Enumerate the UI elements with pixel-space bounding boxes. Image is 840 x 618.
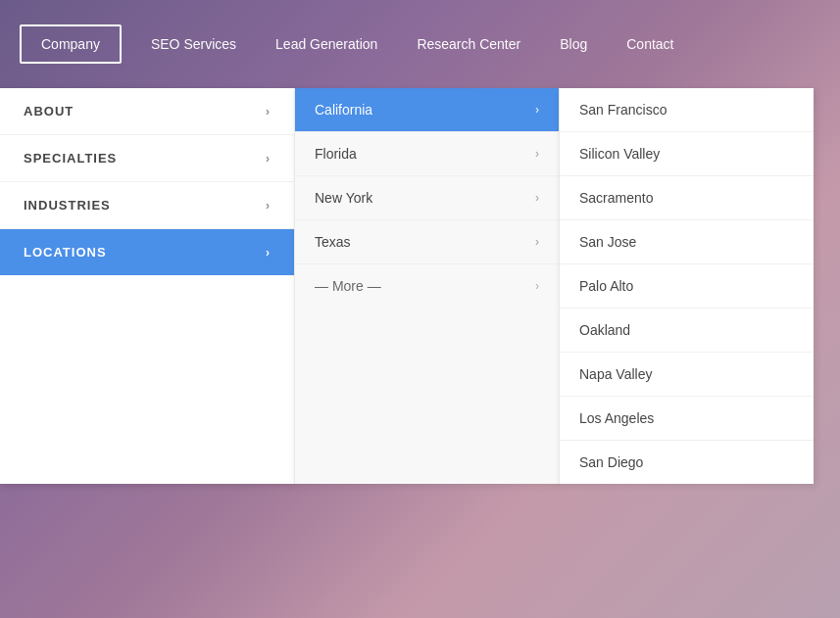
menu-level3: San Francisco Silicon Valley Sacramento … bbox=[559, 88, 814, 484]
chevron-right-icon: › bbox=[266, 152, 271, 166]
menu-l3-palo-alto[interactable]: Palo Alto bbox=[560, 264, 814, 309]
menu-l3-los-angeles-label: Los Angeles bbox=[579, 410, 654, 426]
menu-l3-san-francisco[interactable]: San Francisco bbox=[560, 88, 814, 132]
menu-l3-los-angeles[interactable]: Los Angeles bbox=[560, 397, 814, 441]
menu-level1: ABOUT › SPECIALTIES › INDUSTRIES › LOCAT… bbox=[0, 88, 294, 484]
nav-lead-generation[interactable]: Lead Generation bbox=[256, 26, 397, 62]
menu-l3-san-jose[interactable]: San Jose bbox=[560, 220, 814, 264]
menu-l2-newyork-label: New York bbox=[315, 190, 372, 206]
menu-l3-napa-valley[interactable]: Napa Valley bbox=[560, 353, 814, 397]
menu-level2: California › Florida › New York › Texas … bbox=[294, 88, 559, 484]
chevron-right-icon: › bbox=[535, 103, 539, 117]
menu-l3-palo-alto-label: Palo Alto bbox=[579, 278, 633, 294]
menu-l3-oakland-label: Oakland bbox=[579, 322, 630, 338]
menu-l2-more[interactable]: — More — › bbox=[295, 264, 559, 308]
menu-l3-silicon-valley-label: Silicon Valley bbox=[579, 146, 660, 162]
menu-l2-newyork[interactable]: New York › bbox=[295, 176, 559, 220]
menu-l1-locations[interactable]: LOCATIONS › bbox=[0, 229, 294, 275]
dropdown-container: ABOUT › SPECIALTIES › INDUSTRIES › LOCAT… bbox=[0, 88, 814, 484]
menu-l3-san-jose-label: San Jose bbox=[579, 234, 636, 250]
menu-l1-industries[interactable]: INDUSTRIES › bbox=[0, 182, 294, 229]
company-button[interactable]: Company bbox=[20, 24, 122, 64]
chevron-right-icon: › bbox=[535, 235, 539, 249]
chevron-right-icon: › bbox=[535, 279, 539, 293]
menu-l3-oakland[interactable]: Oakland bbox=[560, 309, 814, 353]
navbar: Company SEO Services Lead Generation Res… bbox=[0, 0, 840, 88]
menu-l3-sacramento-label: Sacramento bbox=[579, 190, 653, 206]
menu-l1-about[interactable]: ABOUT › bbox=[0, 88, 294, 135]
menu-l1-industries-label: INDUSTRIES bbox=[24, 198, 111, 213]
menu-l1-locations-label: LOCATIONS bbox=[24, 245, 107, 260]
menu-l2-florida-label: Florida bbox=[315, 146, 357, 162]
menu-l3-sacramento[interactable]: Sacramento bbox=[560, 176, 814, 220]
menu-l2-florida[interactable]: Florida › bbox=[295, 132, 559, 176]
menu-l3-san-diego-label: San Diego bbox=[579, 454, 643, 470]
menu-l1-specialties[interactable]: SPECIALTIES › bbox=[0, 135, 294, 182]
menu-l1-about-label: ABOUT bbox=[24, 104, 74, 119]
chevron-right-icon: › bbox=[266, 199, 271, 213]
nav-contact[interactable]: Contact bbox=[607, 26, 693, 62]
menu-l3-san-diego[interactable]: San Diego bbox=[560, 441, 814, 484]
menu-l3-san-francisco-label: San Francisco bbox=[579, 102, 667, 118]
menu-l3-silicon-valley[interactable]: Silicon Valley bbox=[560, 132, 814, 176]
menu-l2-california-label: California bbox=[315, 102, 372, 118]
menu-l3-napa-valley-label: Napa Valley bbox=[579, 366, 652, 382]
chevron-right-icon: › bbox=[266, 246, 271, 260]
nav-research-center[interactable]: Research Center bbox=[397, 26, 540, 62]
menu-l2-california[interactable]: California › bbox=[295, 88, 559, 132]
chevron-right-icon: › bbox=[535, 191, 539, 205]
chevron-right-icon: › bbox=[535, 147, 539, 161]
menu-l2-texas-label: Texas bbox=[315, 234, 351, 250]
menu-l2-more-label: — More — bbox=[315, 278, 381, 294]
menu-l1-specialties-label: SPECIALTIES bbox=[24, 151, 117, 166]
chevron-right-icon: › bbox=[266, 105, 271, 119]
nav-seo-services[interactable]: SEO Services bbox=[131, 26, 256, 62]
nav-blog[interactable]: Blog bbox=[540, 26, 607, 62]
menu-l2-texas[interactable]: Texas › bbox=[295, 220, 559, 264]
